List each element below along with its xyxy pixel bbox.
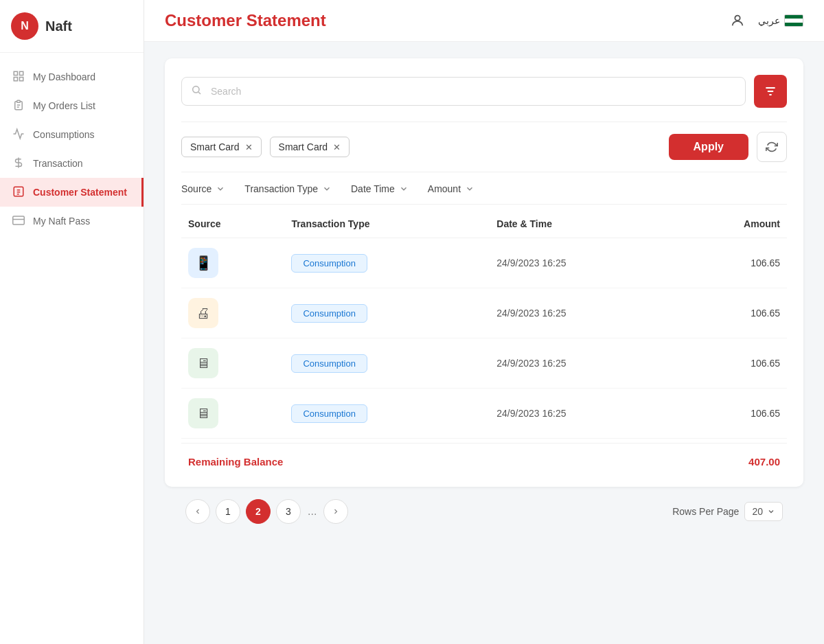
svg-rect-3 [20,78,23,81]
page-title: Customer Statement [165,11,326,30]
rows-per-page-value: 20 [752,506,763,517]
consumptions-icon [12,128,26,141]
pagination-row: 123... Rows Per Page 20 [165,487,803,528]
type-cell: Consumption [284,338,490,389]
filter-chip-1[interactable]: Smart Card✕ [181,137,262,157]
col-filter-label: Source [181,183,211,194]
table-body: 📱 Consumption 24/9/2023 16:25 106.65 🖨 C… [181,238,787,439]
sidebar-item-orders[interactable]: My Orders List [0,91,144,120]
sidebar: N Naft My Dashboard My Orders List Consu… [0,0,144,644]
search-icon [191,84,202,98]
chip-label: Smart Card [279,141,328,152]
search-input[interactable] [181,77,746,106]
brand-name: Naft [45,19,72,34]
svg-rect-11 [13,216,25,225]
sidebar-item-naft-pass[interactable]: My Naft Pass [0,207,144,235]
type-badge: Consumption [291,304,367,323]
table-header-amount: Amount [675,210,787,238]
refresh-button[interactable] [757,132,787,162]
col-filter-label: Amount [428,183,461,194]
table-header-row: SourceTransaction TypeDate & TimeAmount [181,210,787,238]
table-row: 🖥 Consumption 24/9/2023 16:25 106.65 [181,338,787,389]
dashboard-icon [12,70,26,84]
apply-button[interactable]: Apply [669,134,748,160]
svg-rect-2 [14,78,17,81]
filter-button[interactable] [754,75,787,108]
chip-remove-icon[interactable]: ✕ [245,142,253,152]
prev-page-button[interactable] [185,499,210,524]
source-cell: 🖨 [181,288,284,338]
svg-rect-1 [20,71,23,75]
col-filter-source[interactable]: Source [181,183,225,194]
search-input-wrap [181,77,746,106]
source-cell: 🖥 [181,389,284,439]
statement-icon [12,185,26,199]
orders-icon [12,99,26,113]
page-button-1[interactable]: 1 [216,499,240,524]
table-header-source: Source [181,210,284,238]
rows-per-page-select[interactable]: 20 [744,502,783,521]
svg-line-15 [198,92,201,94]
source-icon: 📱 [188,248,218,278]
col-filter-transaction-type[interactable]: Transaction Type [244,183,332,194]
type-badge: Consumption [291,404,367,423]
transaction-icon [12,157,26,170]
language-button[interactable]: عربي [758,14,803,27]
type-badge: Consumption [291,354,367,373]
sidebar-item-customer-statement[interactable]: Customer Statement [0,178,144,207]
next-page-button[interactable] [323,499,348,524]
type-badge: Consumption [291,254,367,273]
sidebar-item-label: Consumptions [33,129,95,140]
type-cell: Consumption [284,389,490,439]
remaining-balance-value: 407.00 [748,456,780,468]
datetime-cell: 24/9/2023 16:25 [490,288,675,338]
chip-remove-icon[interactable]: ✕ [333,142,341,152]
col-filter-datetime[interactable]: Date Time [351,183,409,194]
logo-icon: N [11,12,38,40]
table-row: 🖨 Consumption 24/9/2023 16:25 106.65 [181,288,787,338]
topbar-right: عربي [726,10,803,32]
page-button-3[interactable]: 3 [276,499,301,524]
column-filters-row: Source Transaction Type Date Time Amount [181,183,787,205]
sidebar-item-transaction[interactable]: Transaction [0,149,144,178]
amount-cell: 106.65 [675,389,787,439]
svg-point-13 [735,16,740,21]
datetime-cell: 24/9/2023 16:25 [490,389,675,439]
page-button-2[interactable]: 2 [246,499,271,524]
remaining-balance-label: Remaining Balance [188,456,283,468]
table-head: SourceTransaction TypeDate & TimeAmount [181,210,787,238]
svg-rect-0 [14,71,17,75]
remaining-balance-row: Remaining Balance 407.00 [181,443,787,470]
sidebar-item-dashboard[interactable]: My Dashboard [0,62,144,91]
type-cell: Consumption [284,238,490,288]
amount-cell: 106.65 [675,288,787,338]
col-filter-amount[interactable]: Amount [428,183,474,194]
table-row: 📱 Consumption 24/9/2023 16:25 106.65 [181,238,787,288]
type-cell: Consumption [284,288,490,338]
col-filter-label: Transaction Type [244,183,318,194]
main-card: Smart Card✕Smart Card✕Apply Source Trans… [165,58,803,487]
rows-per-page-label: Rows Per Page [672,506,739,517]
col-filter-label: Date Time [351,183,395,194]
sidebar-item-label: My Naft Pass [33,216,90,227]
svg-point-14 [193,87,199,93]
main-content: Customer Statement عربي [144,0,824,644]
data-table: SourceTransaction TypeDate & TimeAmount … [181,210,787,439]
filter-chip-2[interactable]: Smart Card✕ [270,137,350,157]
source-cell: 🖥 [181,338,284,389]
table-header-transaction-type: Transaction Type [284,210,490,238]
flag-icon [784,14,803,27]
datetime-cell: 24/9/2023 16:25 [490,338,675,389]
source-icon: 🖥 [188,398,218,428]
datetime-cell: 24/9/2023 16:25 [490,238,675,288]
content-area: Smart Card✕Smart Card✕Apply Source Trans… [144,42,824,544]
sidebar-item-consumptions[interactable]: Consumptions [0,120,144,149]
sidebar-item-label: Transaction [33,158,83,169]
tags-row: Smart Card✕Smart Card✕Apply [181,122,787,172]
amount-cell: 106.65 [675,238,787,288]
user-icon-button[interactable] [726,10,748,32]
search-row [181,75,787,108]
table-row: 🖥 Consumption 24/9/2023 16:25 106.65 [181,389,787,439]
pagination-dots: ... [306,505,318,518]
topbar: Customer Statement عربي [144,0,824,42]
